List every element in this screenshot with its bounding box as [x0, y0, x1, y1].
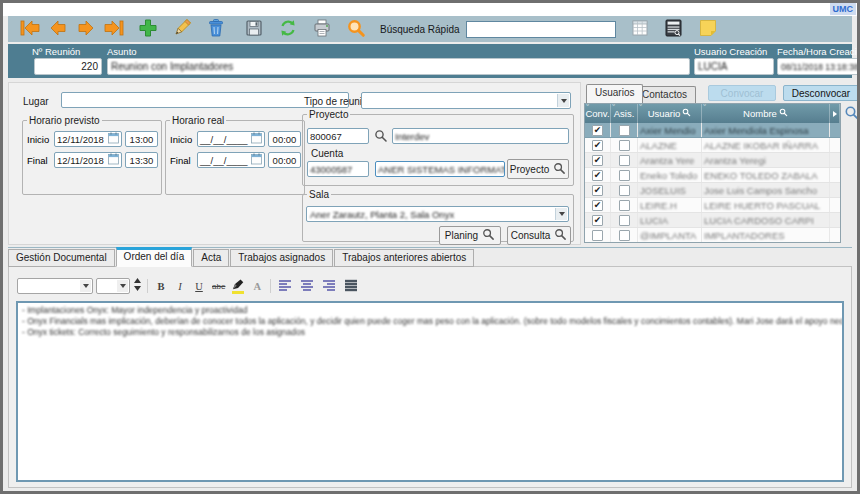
first-record-button[interactable] [16, 17, 44, 41]
conv-checkbox[interactable] [592, 140, 603, 151]
asis-checkbox[interactable] [619, 230, 630, 241]
tipo-reunion-select[interactable] [361, 92, 571, 109]
proyecto-name-input[interactable]: Interdev [392, 128, 569, 144]
row-expand-cell[interactable] [830, 123, 840, 137]
table-row[interactable]: Arantza YereArantza Yeregi [585, 153, 840, 168]
conv-cell[interactable] [585, 213, 611, 227]
column-header-expand[interactable] [830, 104, 840, 123]
usuario-cell[interactable]: ALAZNE [638, 138, 702, 152]
tab-trabajos-anteriores[interactable]: Trabajos anteriores abiertos [334, 249, 474, 267]
nombre-cell[interactable]: Axier Mendiola Espinosa [702, 123, 830, 137]
usuario-cell[interactable]: Arantza Yere [638, 153, 702, 167]
row-expand-cell[interactable] [830, 183, 840, 197]
nombre-cell[interactable]: Jose Luis Campos Sancho [702, 183, 830, 197]
highlight-button[interactable] [230, 278, 246, 294]
tab-gestion-documental[interactable]: Gestión Documental [8, 249, 115, 267]
font-family-select[interactable] [17, 278, 93, 294]
consulta-button[interactable]: Consulta [507, 226, 571, 245]
chevron-down-icon[interactable] [117, 280, 128, 292]
tab-trabajos-asignados[interactable]: Trabajos asignados [230, 249, 333, 267]
search-button[interactable] [342, 17, 370, 41]
delete-button[interactable] [202, 17, 230, 41]
table-row[interactable]: JOSELUISJose Luis Campos Sancho [585, 183, 840, 198]
convocar-button[interactable]: Convocar [708, 85, 776, 101]
table-row[interactable]: LEIRE.HLEIRE HUERTO PASCUAL [585, 198, 840, 213]
conv-cell[interactable] [585, 183, 611, 197]
nombre-cell[interactable]: ALAZNE IKOBAR IÑARRA [702, 138, 830, 152]
font-size-select[interactable] [96, 278, 130, 294]
conv-cell[interactable] [585, 153, 611, 167]
row-expand-cell[interactable] [830, 153, 840, 167]
proyecto-code-input[interactable]: 800067 [307, 128, 369, 144]
chevron-down-icon[interactable] [555, 208, 567, 220]
planing-button[interactable]: Planing [439, 226, 501, 245]
tab-usuarios[interactable]: Usuarios [586, 84, 643, 103]
strikethrough-button[interactable]: abe [210, 278, 227, 294]
underline-button[interactable]: U [191, 278, 207, 294]
conv-checkbox[interactable] [592, 215, 603, 226]
row-expand-cell[interactable] [830, 213, 840, 227]
final-real-date[interactable]: __/__/____ [197, 152, 265, 168]
table-row[interactable]: @IMPLANTAIMPLANTADORES [585, 228, 840, 243]
bold-button[interactable]: B [153, 278, 169, 294]
conv-checkbox[interactable] [592, 200, 603, 211]
asis-checkbox[interactable] [619, 155, 630, 166]
add-button[interactable] [134, 17, 162, 41]
table-row[interactable]: LUCIALUCIA CARDOSO CARPI [585, 213, 840, 228]
usuario-cell[interactable]: LUCIA [638, 213, 702, 227]
align-right-button[interactable] [320, 278, 339, 294]
asis-cell[interactable] [611, 168, 638, 182]
inicio-real-time[interactable]: 00:00 [268, 131, 301, 147]
final-previsto-date[interactable]: 12/11/2018 [54, 152, 122, 168]
table-row[interactable]: Eneko ToledoENEKO TOLEDO ZABALA [585, 168, 840, 183]
next-record-button[interactable] [72, 17, 100, 41]
edit-button[interactable] [168, 17, 196, 41]
quick-search-input[interactable] [466, 21, 616, 38]
asis-cell[interactable] [611, 123, 638, 137]
size-stepper[interactable] [133, 277, 142, 296]
asis-checkbox[interactable] [619, 200, 630, 211]
column-header-nombre[interactable]: Nombre [702, 104, 830, 123]
usuario-cell[interactable]: Eneko Toledo [638, 168, 702, 182]
column-header-asis[interactable]: Asis. [611, 104, 638, 123]
conv-checkbox[interactable] [592, 155, 603, 166]
conv-checkbox[interactable] [592, 230, 603, 241]
tab-orden-del-dia[interactable]: Orden del día [116, 247, 193, 267]
desconvocar-button[interactable]: Desconvocar [783, 85, 859, 101]
row-expand-cell[interactable] [830, 168, 840, 182]
chevron-down-icon[interactable] [80, 280, 91, 292]
usuario-cell[interactable]: Axier Mendio [638, 123, 702, 137]
asis-checkbox[interactable] [619, 215, 630, 226]
filter-icon[interactable] [779, 108, 788, 119]
align-center-button[interactable] [298, 278, 317, 294]
grid-view-button[interactable] [626, 17, 654, 41]
final-previsto-time[interactable]: 13:30 [125, 152, 158, 168]
conv-cell[interactable] [585, 138, 611, 152]
nombre-cell[interactable]: LEIRE HUERTO PASCUAL [702, 198, 830, 212]
row-expand-cell[interactable] [830, 138, 840, 152]
asis-cell[interactable] [611, 228, 638, 242]
nombre-cell[interactable]: ENEKO TOLEDO ZABALA [702, 168, 830, 182]
asis-checkbox[interactable] [619, 140, 630, 151]
align-left-button[interactable] [276, 278, 295, 294]
asis-cell[interactable] [611, 138, 638, 152]
conv-cell[interactable] [585, 198, 611, 212]
calendar-icon[interactable] [108, 153, 119, 167]
report-view-button[interactable] [660, 17, 688, 41]
inicio-real-date[interactable]: __/__/____ [197, 131, 265, 147]
conv-checkbox[interactable] [592, 185, 603, 196]
conv-cell[interactable] [585, 123, 611, 137]
asis-checkbox[interactable] [619, 125, 630, 136]
calendar-icon[interactable] [108, 132, 119, 146]
usuario-cell[interactable]: LEIRE.H [638, 198, 702, 212]
proyecto-search-icon[interactable] [374, 129, 388, 147]
conv-cell[interactable] [585, 168, 611, 182]
print-button[interactable] [308, 17, 336, 41]
sala-select[interactable]: Aner Zarautz, Planta 2, Sala Onyx [306, 206, 569, 222]
inicio-previsto-time[interactable]: 13:00 [125, 131, 158, 147]
filter-icon[interactable] [682, 108, 691, 119]
tab-acta[interactable]: Acta [193, 249, 229, 267]
conv-checkbox[interactable] [592, 170, 603, 181]
num-reunion-value[interactable]: 220 [34, 58, 102, 75]
save-button[interactable] [240, 17, 268, 41]
